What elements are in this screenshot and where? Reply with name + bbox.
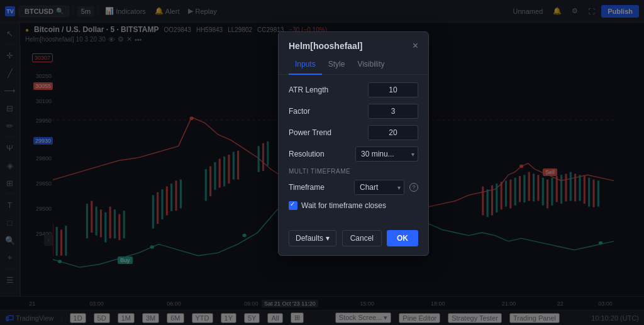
helm-modal: Helm[hooshefaal] × Inputs Style Visibili… bbox=[278, 31, 429, 256]
modal-close-button[interactable]: × bbox=[413, 41, 418, 51]
modal-body: ATR Length Factor Power Trend Resolution… bbox=[279, 75, 428, 225]
power-trend-row: Power Trend bbox=[289, 125, 418, 140]
multi-timeframe-label: MULTI TIMEFRAME bbox=[289, 168, 418, 175]
wait-timeframe-checkbox[interactable] bbox=[289, 201, 297, 210]
modal-header: Helm[hooshefaal] × bbox=[279, 32, 428, 51]
wait-timeframe-row: Wait for timeframe closes bbox=[289, 201, 418, 210]
footer-actions: Cancel OK bbox=[342, 230, 418, 246]
resolution-label: Resolution bbox=[289, 150, 325, 158]
atr-length-label: ATR Length bbox=[289, 85, 328, 94]
factor-row: Factor bbox=[289, 104, 418, 119]
timeframe-info-icon[interactable]: ? bbox=[409, 183, 418, 192]
timeframe-label-group: Timeframe bbox=[289, 183, 325, 192]
cancel-button[interactable]: Cancel bbox=[342, 230, 382, 246]
wait-timeframe-label: Wait for timeframe closes bbox=[301, 201, 386, 210]
power-trend-label: Power Trend bbox=[289, 128, 331, 137]
power-trend-input[interactable] bbox=[368, 125, 418, 140]
modal-title: Helm[hooshefaal] bbox=[289, 41, 362, 51]
timeframe-select-wrapper: Chart 1 minute 5 minutes 15 minutes 30 m… bbox=[354, 180, 404, 195]
resolution-row: Resolution 30 minu... 1 minute 5 minutes… bbox=[289, 146, 418, 162]
factor-label: Factor bbox=[289, 107, 310, 116]
modal-footer: Defaults ▾ Cancel OK bbox=[279, 225, 428, 255]
tab-style[interactable]: Style bbox=[322, 56, 352, 75]
resolution-select[interactable]: 30 minu... 1 minute 5 minutes 15 minutes… bbox=[355, 146, 418, 162]
defaults-label: Defaults bbox=[296, 234, 323, 243]
atr-length-input[interactable] bbox=[368, 82, 418, 97]
resolution-select-wrapper: 30 minu... 1 minute 5 minutes 15 minutes… bbox=[355, 146, 418, 162]
defaults-chevron: ▾ bbox=[326, 234, 330, 243]
timeframe-select[interactable]: Chart 1 minute 5 minutes 15 minutes 30 m… bbox=[354, 180, 404, 195]
tab-visibility[interactable]: Visibility bbox=[351, 56, 391, 75]
tab-inputs[interactable]: Inputs bbox=[289, 56, 322, 75]
atr-length-row: ATR Length bbox=[289, 82, 418, 97]
timeframe-label: Timeframe bbox=[289, 183, 325, 192]
timeframe-row: Timeframe Chart 1 minute 5 minutes 15 mi… bbox=[289, 180, 418, 195]
modal-overlay: Helm[hooshefaal] × Inputs Style Visibili… bbox=[0, 0, 644, 325]
factor-input[interactable] bbox=[368, 104, 418, 119]
modal-tabs: Inputs Style Visibility bbox=[279, 51, 428, 75]
ok-button[interactable]: OK bbox=[387, 230, 418, 246]
defaults-button[interactable]: Defaults ▾ bbox=[289, 230, 336, 246]
